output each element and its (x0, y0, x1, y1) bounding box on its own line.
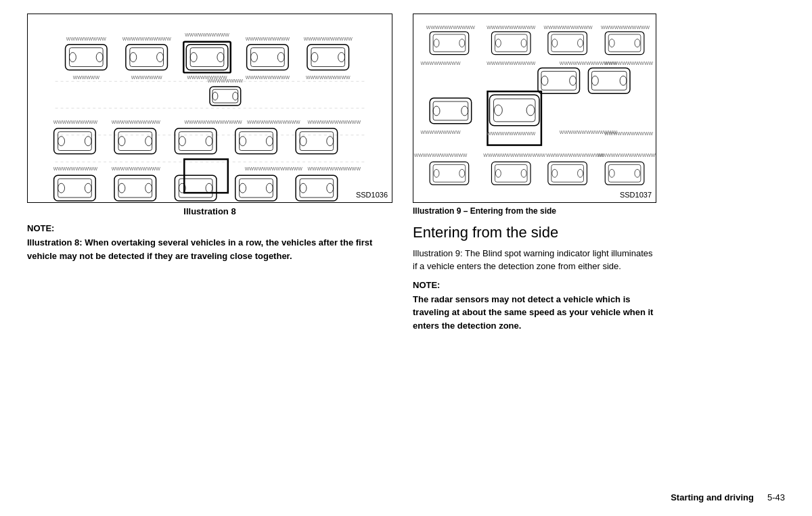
svg-text:WWWWWWWWWWW: WWWWWWWWWWW (601, 25, 650, 30)
svg-rect-148 (551, 164, 584, 182)
svg-point-13 (157, 53, 164, 62)
svg-point-37 (212, 92, 218, 100)
svg-point-125 (494, 105, 502, 116)
svg-point-12 (130, 53, 137, 62)
svg-rect-45 (54, 128, 96, 154)
svg-rect-18 (190, 48, 224, 67)
svg-point-85 (266, 183, 273, 193)
svg-rect-107 (608, 34, 641, 52)
right-note-label: NOTE: (413, 280, 656, 290)
entering-from-side-heading: Entering from the side (413, 223, 656, 243)
svg-text:WWWWWWWWWWWW: WWWWWWWWWWWW (247, 120, 300, 124)
illustration-9-code: SSD1037 (620, 191, 652, 199)
svg-rect-16 (183, 42, 231, 73)
svg-point-51 (118, 137, 125, 146)
svg-rect-59 (240, 132, 273, 151)
svg-point-7 (96, 53, 103, 62)
svg-rect-74 (114, 175, 156, 201)
svg-text:WWWWWWWWWWWWWW: WWWWWWWWWWWWWW (483, 153, 545, 158)
svg-text:WWWWWWWWWWW: WWWWWWWWWWW (304, 37, 353, 41)
svg-text:WWWWWWWWWWWWW: WWWWWWWWWWWWW (245, 166, 303, 171)
svg-rect-106 (605, 32, 644, 55)
svg-point-72 (58, 183, 65, 193)
svg-rect-50 (118, 132, 152, 151)
svg-point-31 (311, 53, 318, 62)
svg-rect-152 (608, 164, 641, 182)
svg-rect-49 (114, 128, 156, 154)
svg-point-77 (145, 183, 152, 193)
svg-rect-127 (430, 98, 472, 124)
svg-point-130 (461, 106, 468, 116)
svg-text:WWWWWWWWWWWW: WWWWWWWWWWWW (414, 153, 468, 158)
svg-point-121 (620, 76, 627, 85)
svg-rect-123 (489, 95, 539, 126)
svg-text:WWWWWWWWWW: WWWWWWWWWW (53, 166, 98, 171)
svg-point-145 (495, 169, 501, 177)
svg-point-38 (233, 92, 238, 100)
svg-rect-122 (488, 91, 541, 145)
svg-rect-95 (433, 34, 466, 52)
svg-rect-143 (491, 162, 531, 185)
svg-point-153 (609, 169, 614, 177)
svg-text:WWWWWWWWWWWWWW: WWWWWWWWWWWWWW (597, 153, 656, 158)
svg-point-20 (217, 53, 224, 62)
svg-rect-11 (130, 48, 164, 67)
right-illustration-wrapper: WWWWWWWWWWW WWWWWWWWWWW WWWWWWWWWWW WWWW… (413, 14, 656, 216)
svg-point-126 (526, 105, 535, 116)
svg-rect-62 (296, 128, 338, 154)
footer-section-label: Starting and driving (671, 492, 754, 502)
svg-point-47 (58, 137, 65, 146)
svg-point-89 (327, 183, 334, 193)
left-text-block: NOTE: Illustration 8: When overtaking se… (27, 223, 392, 496)
svg-rect-23 (247, 45, 289, 70)
svg-rect-102 (548, 32, 587, 55)
svg-point-108 (609, 39, 614, 47)
svg-rect-114 (538, 68, 580, 93)
svg-point-154 (635, 169, 640, 177)
svg-point-100 (495, 39, 501, 47)
svg-rect-99 (495, 34, 527, 52)
svg-rect-87 (300, 179, 334, 197)
svg-rect-128 (433, 101, 468, 120)
svg-text:WWWWWWWWWWW: WWWWWWWWWWW (604, 131, 653, 136)
svg-rect-82 (235, 175, 277, 201)
svg-text:WWWWWW: WWWWWW (73, 75, 100, 80)
svg-point-146 (521, 169, 526, 177)
svg-point-65 (327, 137, 334, 146)
svg-text:WWWWWWWWW: WWWWWWWWW (421, 130, 461, 135)
svg-rect-46 (58, 132, 92, 151)
svg-point-19 (190, 53, 197, 62)
page-footer: Starting and driving 5-43 (671, 492, 785, 502)
svg-point-56 (206, 137, 212, 146)
illustration-9-caption: Illustration 9 – Entering from the side (413, 206, 656, 216)
svg-point-55 (179, 137, 185, 146)
svg-point-61 (266, 137, 273, 146)
svg-point-97 (459, 39, 465, 47)
footer-page-number: 5-43 (767, 492, 785, 502)
svg-point-129 (433, 106, 440, 116)
svg-text:WWWWWWWWWW: WWWWWWWWWW (306, 75, 351, 80)
svg-point-60 (240, 137, 246, 146)
svg-point-150 (578, 169, 583, 177)
svg-rect-57 (184, 159, 228, 193)
svg-rect-53 (175, 128, 217, 154)
svg-point-104 (552, 39, 558, 47)
svg-text:WWWWWWWWWWW: WWWWWWWWWWW (487, 25, 535, 30)
svg-rect-70 (54, 175, 96, 201)
svg-rect-115 (541, 71, 577, 90)
svg-rect-139 (430, 162, 469, 185)
svg-rect-144 (495, 164, 527, 182)
svg-point-141 (434, 169, 439, 177)
svg-text:WWWWWWWWWWWWW: WWWWWWWWWWWWW (546, 153, 604, 158)
svg-text:WWWWWWWWWW: WWWWWWWWWW (246, 37, 290, 41)
svg-rect-36 (212, 89, 238, 103)
svg-rect-147 (548, 162, 587, 185)
svg-text:WWWWWWWWWWW: WWWWWWWWWWW (112, 120, 160, 124)
svg-point-6 (69, 53, 76, 62)
illustration-8-svg: WWWWWWWWW WWWWWW WWWWWWWWWWW WWWWWWW (28, 14, 392, 202)
svg-point-73 (85, 183, 91, 193)
svg-text:WWWWWWWWW: WWWWWWWWW (66, 37, 106, 41)
left-note-text: Illustration 8: When overtaking several … (27, 236, 392, 262)
svg-rect-151 (605, 162, 644, 185)
svg-point-64 (300, 137, 307, 146)
